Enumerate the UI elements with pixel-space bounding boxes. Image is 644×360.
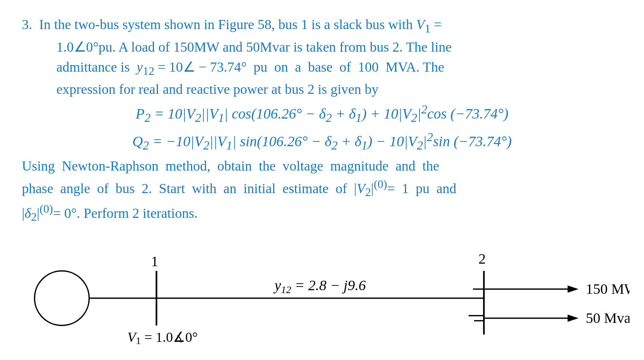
- eq-q2: Q2 = −10|V2||V1| sin(106.26° − δ2 + δ1) …: [22, 128, 622, 155]
- load1-arrowhead: [568, 285, 579, 293]
- problem-line6: phase angle of bus 2. Start with an init…: [22, 176, 622, 201]
- bus1-label: 1: [151, 253, 158, 269]
- circuit-diagram: 1 y12 = 2.8 − j9.6 2 150 MW: [15, 236, 629, 349]
- v1-label: V1 = 1.0∡0°: [127, 329, 198, 346]
- problem-line7: |δ2|(0)= 0°. Perform 2 iterations.: [22, 201, 622, 225]
- load2-label: 50 Mvar: [586, 310, 629, 326]
- problem-line4: expression for real and reactive power a…: [22, 79, 622, 99]
- problem-number: 3.: [22, 17, 39, 32]
- bus2-label: 2: [478, 251, 486, 267]
- problem-line1: 3. In the two-bus system shown in Figure…: [22, 15, 622, 37]
- problem-intro: In the two-bus system shown in Figure 58…: [39, 17, 442, 32]
- circuit-svg: 1 y12 = 2.8 − j9.6 2 150 MW: [15, 236, 629, 349]
- problem-line5: Using Newton-Raphson method, obtain the …: [22, 156, 622, 176]
- generator-symbol: [35, 271, 89, 325]
- problem-text-block: 3. In the two-bus system shown in Figure…: [22, 15, 622, 225]
- admittance-label: y12 = 2.8 − j9.6: [273, 277, 366, 295]
- problem-line3: admittance is y12 = 10∠ − 73.74° pu on a…: [22, 57, 622, 80]
- problem-line2: 1.0∠0°pu. A load of 150MW and 50Mvar is …: [22, 37, 622, 57]
- page: 3. In the two-bus system shown in Figure…: [0, 0, 644, 360]
- load1-label: 150 MW: [586, 281, 629, 297]
- eq-p2: P2 = 10|V2||V1| cos(106.26° − δ2 + δ1) +…: [22, 101, 622, 127]
- load2-arrowhead: [568, 315, 579, 322]
